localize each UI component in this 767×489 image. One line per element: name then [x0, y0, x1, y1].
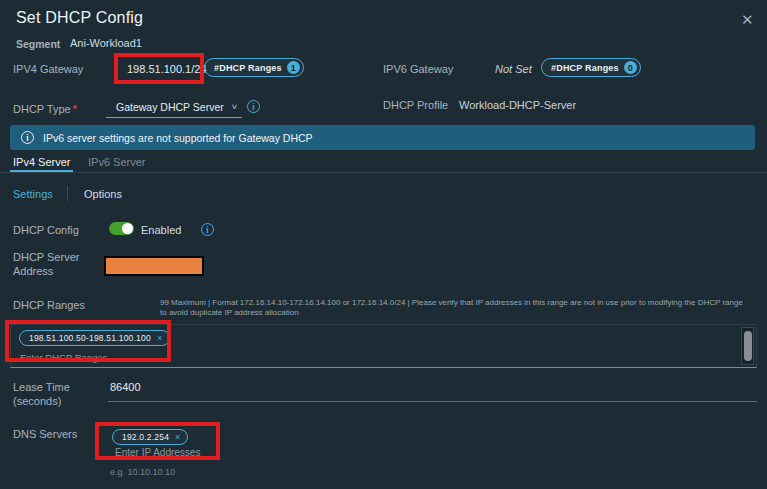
- lease-time-input-underline[interactable]: [108, 401, 757, 402]
- dns-servers-label: DNS Servers: [13, 428, 77, 440]
- dhcp-ranges-label: DHCP Ranges: [13, 299, 85, 311]
- ipv6-gateway-label: IPV6 Gateway: [383, 63, 453, 75]
- subtab-options[interactable]: Options: [84, 188, 122, 200]
- ipv4-dhcp-ranges-badge[interactable]: #DHCP Ranges 1: [204, 58, 304, 77]
- dhcp-profile-value: Workload-DHCP-Server: [459, 99, 576, 111]
- dhcp-profile-label: DHCP Profile: [383, 99, 448, 111]
- dhcp-config-label: DHCP Config: [13, 224, 79, 236]
- dhcp-type-select[interactable]: Gateway DHCP Server ∨: [106, 96, 242, 118]
- lease-time-value: 86400: [110, 381, 141, 393]
- segment-value: Ani-Workload1: [70, 37, 142, 49]
- dhcp-type-selected-value: Gateway DHCP Server: [116, 101, 224, 113]
- dhcp-type-label: DHCP Type: [13, 103, 71, 115]
- dhcp-config-toggle[interactable]: [109, 222, 134, 235]
- dhcp-range-chip[interactable]: 198.51.100.50-198.51.100.100 ×: [19, 330, 170, 346]
- dhcp-type-info-icon[interactable]: i: [247, 100, 260, 113]
- ipv4-gateway-label: IPV4 Gateway: [13, 63, 83, 75]
- dns-servers-hint: e.g. 10.10.10.10: [110, 467, 175, 477]
- toggle-knob: [122, 223, 133, 234]
- scrollbar-thumb[interactable]: [744, 331, 752, 361]
- dhcp-server-address-label-line2: Address: [13, 265, 53, 277]
- required-asterisk: *: [73, 103, 77, 115]
- dns-server-chip[interactable]: 192.0.2.254 ×: [112, 429, 188, 445]
- info-icon: i: [21, 131, 34, 144]
- close-icon[interactable]: ✕: [741, 12, 754, 27]
- ipv6-badge-count: 0: [624, 61, 637, 74]
- segment-label: Segment: [16, 38, 60, 50]
- lease-time-label-line2: (seconds): [13, 395, 61, 407]
- dhcp-type-label-wrap: DHCP Type*: [13, 99, 77, 117]
- dns-server-chip-text: 192.0.2.254: [122, 432, 169, 442]
- info-banner: i IPv6 server settings are not supported…: [10, 125, 755, 150]
- dhcp-server-address-redacted-value[interactable]: [104, 256, 204, 276]
- chip-remove-icon[interactable]: ×: [157, 333, 162, 343]
- dns-servers-placeholder: Enter IP Addresses: [115, 447, 200, 458]
- ipv6-badge-label: #DHCP Ranges: [551, 63, 619, 73]
- ipv6-dhcp-ranges-badge[interactable]: #DHCP Ranges 0: [541, 58, 641, 77]
- tab-ipv4-server[interactable]: IPv4 Server: [13, 156, 70, 168]
- dhcp-ranges-scrollbar[interactable]: [741, 327, 754, 365]
- subtab-divider: [67, 186, 68, 201]
- dhcp-ranges-input[interactable]: 198.51.100.50-198.51.100.100 × Enter DHC…: [10, 324, 757, 368]
- set-dhcp-config-dialog: Set DHCP Config ✕ Segment Ani-Workload1 …: [0, 0, 767, 489]
- dhcp-range-chip-text: 198.51.100.50-198.51.100.100: [29, 333, 151, 343]
- ipv4-badge-count: 1: [287, 61, 300, 74]
- ipv4-gateway-value: 198.51.100.1/24: [127, 63, 207, 75]
- chevron-down-icon: ∨: [231, 102, 238, 111]
- info-banner-text: IPv6 server settings are not supported f…: [43, 132, 313, 144]
- dialog-title: Set DHCP Config: [16, 9, 143, 27]
- lease-time-label-line1: Lease Time: [13, 381, 70, 393]
- ipv6-gateway-value: Not Set: [495, 63, 532, 75]
- tabs-divider: [0, 172, 767, 173]
- dhcp-ranges-placeholder: Enter DHCP Ranges: [20, 352, 107, 363]
- dhcp-ranges-help-text: 99 Maximum | Format 172.16.14.10-172.16.…: [160, 298, 748, 318]
- subtab-settings[interactable]: Settings: [13, 188, 53, 200]
- dhcp-config-state: Enabled: [141, 224, 181, 236]
- dhcp-server-address-label-line1: DHCP Server: [13, 251, 79, 263]
- dhcp-config-info-icon[interactable]: i: [201, 223, 214, 236]
- ipv4-badge-label: #DHCP Ranges: [214, 63, 282, 73]
- tab-ipv6-server[interactable]: IPv6 Server: [88, 156, 145, 168]
- chip-remove-icon[interactable]: ×: [175, 432, 180, 442]
